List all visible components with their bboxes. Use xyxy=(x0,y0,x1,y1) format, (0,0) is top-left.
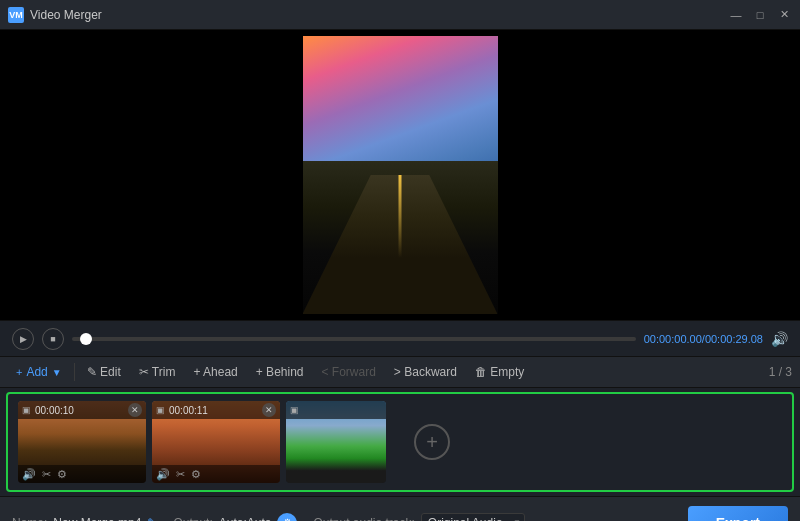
add-clip-plus-icon: + xyxy=(414,424,450,460)
preview-black-right xyxy=(497,36,800,314)
behind-button[interactable]: + Behind xyxy=(248,360,312,384)
title-text: Video Merger xyxy=(30,8,728,22)
audio-track-label: Output audio track: xyxy=(313,516,414,522)
audio-track-select[interactable]: Original Audio No Audio xyxy=(421,513,525,522)
clip-header-3: ▣ xyxy=(286,401,386,419)
ahead-label: + Ahead xyxy=(193,365,237,379)
preview-video xyxy=(303,36,498,314)
time-total: 00:00:29.08 xyxy=(705,333,763,345)
close-button[interactable]: ✕ xyxy=(776,7,792,23)
preview-black-left xyxy=(0,36,303,314)
seek-bar[interactable] xyxy=(72,337,636,341)
play-button[interactable]: ▶ xyxy=(12,328,34,350)
title-bar: VM Video Merger — □ ✕ xyxy=(0,0,800,30)
add-dropdown-arrow[interactable]: ▼ xyxy=(52,367,62,378)
edit-button[interactable]: ✎ Edit xyxy=(79,360,129,384)
add-icon: + xyxy=(16,366,22,378)
export-button[interactable]: Export xyxy=(688,506,788,522)
output-label: Output: xyxy=(173,516,212,522)
clip-time-2: 00:00:11 xyxy=(169,405,208,416)
time-current: 00:00:00.00 xyxy=(644,333,702,345)
clip-audio-icon-1: 🔊 xyxy=(22,468,36,481)
edit-label: ✎ Edit xyxy=(87,365,121,379)
minimize-button[interactable]: — xyxy=(728,7,744,23)
behind-label: + Behind xyxy=(256,365,304,379)
clip-audio-icon-2: 🔊 xyxy=(156,468,170,481)
window-controls: — □ ✕ xyxy=(728,7,792,23)
clip-footer-1: 🔊 ✂ ⚙ xyxy=(18,465,146,483)
seek-knob[interactable] xyxy=(80,333,92,345)
clip-item: ▣ xyxy=(286,401,386,483)
page-count: 1 / 3 xyxy=(769,365,792,379)
app-icon: VM xyxy=(8,7,24,23)
clip-header-2: ▣ 00:00:11 xyxy=(152,401,280,419)
output-settings-button[interactable]: ⚙ xyxy=(277,513,297,522)
name-value: New Merge.mp4 xyxy=(53,516,141,522)
empty-label: 🗑 Empty xyxy=(475,365,524,379)
forward-button[interactable]: < Forward xyxy=(314,360,384,384)
clip-item: ▣ 00:00:10 ✕ 🔊 ✂ ⚙ xyxy=(18,401,146,483)
name-label: Name: xyxy=(12,516,47,522)
name-field: Name: New Merge.mp4 ✎ xyxy=(12,516,157,522)
trim-label: ✂ Trim xyxy=(139,365,176,379)
clip-item: ▣ 00:00:11 ✕ 🔊 ✂ ⚙ xyxy=(152,401,280,483)
time-display: 00:00:00.00/00:00:29.08 xyxy=(644,333,763,345)
add-label: Add xyxy=(26,365,47,379)
clip-time-1: 00:00:10 xyxy=(35,405,74,416)
audio-select-wrapper: Original Audio No Audio xyxy=(421,513,525,522)
preview-area xyxy=(0,30,800,320)
maximize-button[interactable]: □ xyxy=(752,7,768,23)
toolbar: + Add ▼ ✎ Edit ✂ Trim + Ahead + Behind <… xyxy=(0,356,800,388)
volume-icon[interactable]: 🔊 xyxy=(771,331,788,347)
clip-close-2[interactable]: ✕ xyxy=(262,403,276,417)
trim-button[interactable]: ✂ Trim xyxy=(131,360,184,384)
empty-button[interactable]: 🗑 Empty xyxy=(467,360,532,384)
clip-close-1[interactable]: ✕ xyxy=(128,403,142,417)
stop-button[interactable]: ■ xyxy=(42,328,64,350)
playback-bar: ▶ ■ 00:00:00.00/00:00:29.08 🔊 xyxy=(0,320,800,356)
clip-video-icon-2: ▣ xyxy=(156,405,165,415)
forward-label: < Forward xyxy=(322,365,376,379)
backward-label: > Backward xyxy=(394,365,457,379)
add-clip-button[interactable]: + xyxy=(392,401,472,483)
clip-edit-icon-2: ⚙ xyxy=(191,468,201,481)
output-value: Auto;Auto xyxy=(219,516,272,522)
bottom-bar: Name: New Merge.mp4 ✎ Output: Auto;Auto … xyxy=(0,496,800,521)
timeline: ▣ 00:00:10 ✕ 🔊 ✂ ⚙ ▣ 00:00:11 ✕ 🔊 ✂ ⚙ ▣ … xyxy=(6,392,794,492)
clip-edit-icon-1: ⚙ xyxy=(57,468,67,481)
audio-track-field: Output audio track: Original Audio No Au… xyxy=(313,513,524,522)
output-field: Output: Auto;Auto ⚙ xyxy=(173,513,297,522)
backward-button[interactable]: > Backward xyxy=(386,360,465,384)
clip-video-icon: ▣ xyxy=(22,405,31,415)
clip-footer-2: 🔊 ✂ ⚙ xyxy=(152,465,280,483)
road-line xyxy=(399,175,402,258)
ahead-button[interactable]: + Ahead xyxy=(185,360,245,384)
clip-crop-icon-2: ✂ xyxy=(176,468,185,481)
add-button[interactable]: + Add ▼ xyxy=(8,360,70,384)
clip-header-1: ▣ 00:00:10 xyxy=(18,401,146,419)
separator-1 xyxy=(74,363,75,381)
name-edit-icon[interactable]: ✎ xyxy=(147,516,157,522)
clip-video-icon-3: ▣ xyxy=(290,405,299,415)
clip-crop-icon-1: ✂ xyxy=(42,468,51,481)
